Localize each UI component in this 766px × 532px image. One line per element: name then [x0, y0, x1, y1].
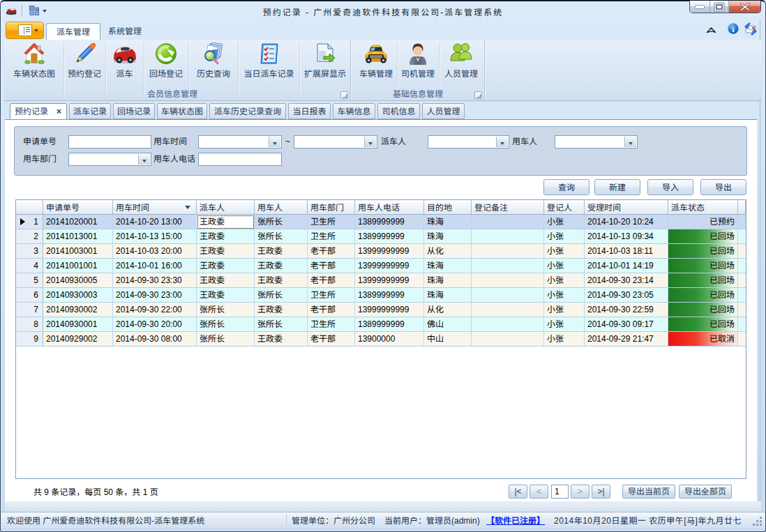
svg-text:i: i [732, 25, 734, 33]
